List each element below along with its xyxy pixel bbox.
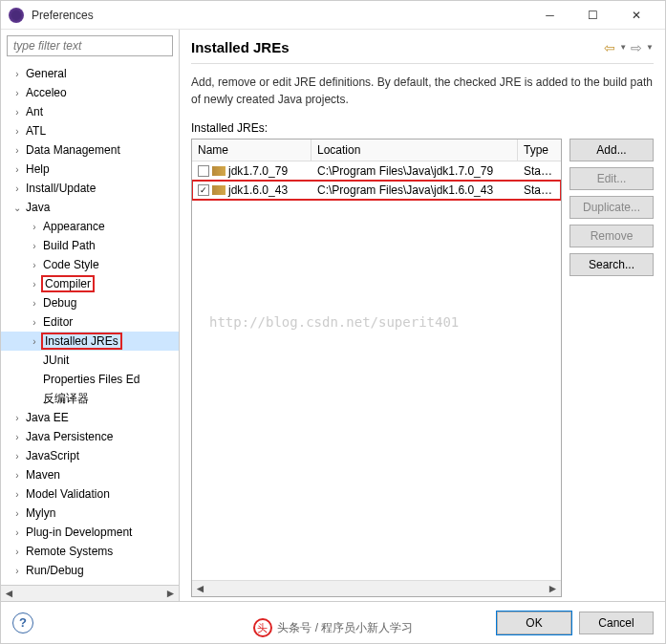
tree-item-junit[interactable]: ›JUnit xyxy=(1,351,179,370)
nav-back-menu-icon[interactable]: ▼ xyxy=(619,43,627,52)
expand-arrow-icon[interactable]: › xyxy=(28,260,41,270)
jre-name: jdk1.7.0_79 xyxy=(228,164,288,178)
tree-item-atl[interactable]: ›ATL xyxy=(1,121,179,140)
tree-item-label: Model Validation xyxy=(24,487,110,501)
tree-item-ant[interactable]: ›Ant xyxy=(1,102,179,121)
expand-arrow-icon[interactable]: › xyxy=(11,126,24,137)
ok-button[interactable]: OK xyxy=(497,612,571,634)
scroll-left-icon[interactable]: ◄ xyxy=(1,587,17,600)
tree-item-remote-systems[interactable]: ›Remote Systems xyxy=(1,542,179,561)
expand-arrow-icon[interactable]: › xyxy=(11,69,24,79)
expand-arrow-icon[interactable]: › xyxy=(28,317,41,328)
jre-checkbox[interactable] xyxy=(198,165,209,177)
tree-item-general[interactable]: ›General xyxy=(1,64,179,83)
button-column: Add... Edit... Duplicate... Remove Searc… xyxy=(569,139,654,597)
table-hscroll[interactable]: ◄ ► xyxy=(192,580,561,596)
table-scroll-right-icon[interactable]: ► xyxy=(545,582,561,595)
col-type[interactable]: Type xyxy=(518,140,561,161)
expand-arrow-icon[interactable]: › xyxy=(11,183,24,194)
minimize-button[interactable]: ─ xyxy=(528,1,571,30)
expand-arrow-icon[interactable]: › xyxy=(11,145,24,156)
scroll-right-icon[interactable]: ► xyxy=(162,587,179,600)
expand-arrow-icon[interactable]: › xyxy=(11,508,24,519)
expand-arrow-icon[interactable]: › xyxy=(28,241,41,251)
tree-item-label: Properties Files Ed xyxy=(41,373,140,386)
tree-item-java[interactable]: ⌄Java xyxy=(1,198,179,217)
app-icon xyxy=(9,8,24,23)
tree-item-model-validation[interactable]: ›Model Validation xyxy=(1,484,179,504)
table-row[interactable]: ✓jdk1.6.0_43C:\Program Files\Java\jdk1.6… xyxy=(192,181,561,200)
tree-item-acceleo[interactable]: ›Acceleo xyxy=(1,83,179,102)
tree-item-properties-files-ed[interactable]: ›Properties Files Ed xyxy=(1,370,179,389)
close-button[interactable]: ✕ xyxy=(614,1,657,30)
tree-item-label: Installed JREs xyxy=(41,333,122,350)
tree-item-install-update[interactable]: ›Install/Update xyxy=(1,179,179,198)
expand-arrow-icon[interactable]: › xyxy=(11,413,24,423)
expand-arrow-icon[interactable]: › xyxy=(28,222,41,232)
expand-arrow-icon[interactable]: › xyxy=(11,88,24,98)
filter-input[interactable] xyxy=(7,35,173,56)
expand-arrow-icon[interactable]: › xyxy=(11,547,24,557)
expand-arrow-icon[interactable]: › xyxy=(11,107,24,118)
expand-arrow-icon[interactable]: › xyxy=(11,566,24,576)
remove-button[interactable]: Remove xyxy=(569,225,654,247)
tree-item-maven[interactable]: ›Maven xyxy=(1,465,179,484)
tree-item-label: Code Style xyxy=(41,258,99,271)
table-row[interactable]: jdk1.7.0_79C:\Program Files\Java\jdk1.7.… xyxy=(192,161,561,181)
nav-forward-menu-icon[interactable]: ▼ xyxy=(646,43,654,52)
tree-item-run-debug[interactable]: ›Run/Debug xyxy=(1,561,179,580)
add-button[interactable]: Add... xyxy=(569,139,654,161)
expand-arrow-icon[interactable]: › xyxy=(11,432,24,442)
duplicate-button[interactable]: Duplicate... xyxy=(569,196,654,219)
expand-arrow-icon[interactable]: › xyxy=(28,336,41,347)
tree-item-debug[interactable]: ›Debug xyxy=(1,293,179,312)
sidebar-hscroll[interactable]: ◄ ► xyxy=(1,585,179,601)
cell-type: Standa xyxy=(518,183,561,197)
tree-item-editor[interactable]: ›Editor xyxy=(1,312,179,332)
tree-item-java-ee[interactable]: ›Java EE xyxy=(1,408,179,427)
edit-button[interactable]: Edit... xyxy=(569,167,654,190)
tree-item-data-management[interactable]: ›Data Management xyxy=(1,140,179,160)
table-scroll-left-icon[interactable]: ◄ xyxy=(192,582,208,595)
preferences-tree[interactable]: ›General›Acceleo›Ant›ATL›Data Management… xyxy=(1,62,179,585)
expand-arrow-icon[interactable]: ⌄ xyxy=(11,203,24,213)
table-header: Name Location Type xyxy=(192,140,561,161)
expand-arrow-icon[interactable]: › xyxy=(28,298,41,309)
expand-arrow-icon[interactable]: › xyxy=(11,470,24,481)
tree-item-plug-in-development[interactable]: ›Plug-in Development xyxy=(1,523,179,542)
help-icon[interactable]: ? xyxy=(12,612,33,633)
tree-item-label: Run/Debug xyxy=(24,564,84,577)
nav-forward-icon[interactable]: ⇨ xyxy=(631,40,642,55)
tree-item-installed-jres[interactable]: ›Installed JREs xyxy=(1,332,179,351)
col-location[interactable]: Location xyxy=(312,140,518,161)
cancel-button[interactable]: Cancel xyxy=(579,612,654,634)
tree-item-label: JUnit xyxy=(41,354,69,367)
maximize-button[interactable]: ☐ xyxy=(571,1,614,30)
expand-arrow-icon[interactable]: › xyxy=(11,489,24,500)
expand-arrow-icon[interactable]: › xyxy=(11,527,24,538)
table-body: jdk1.7.0_79C:\Program Files\Java\jdk1.7.… xyxy=(192,161,561,580)
header-nav: ⇦ ▼ ⇨ ▼ xyxy=(604,40,654,55)
tree-item-label: JavaScript xyxy=(24,449,79,462)
search-button[interactable]: Search... xyxy=(569,253,654,276)
tree-item-label: Java EE xyxy=(24,411,69,424)
expand-arrow-icon[interactable]: › xyxy=(11,164,24,175)
tree-item-label: Mylyn xyxy=(24,506,55,520)
tree-item-java-persistence[interactable]: ›Java Persistence xyxy=(1,427,179,446)
expand-arrow-icon[interactable]: › xyxy=(11,451,24,462)
jre-table[interactable]: Name Location Type jdk1.7.0_79C:\Program… xyxy=(191,139,562,597)
tree-item-mylyn[interactable]: ›Mylyn xyxy=(1,504,179,523)
tree-item-code-style[interactable]: ›Code Style xyxy=(1,255,179,274)
tree-item-compiler[interactable]: ›Compiler xyxy=(1,274,179,293)
tree-item-appearance[interactable]: ›Appearance xyxy=(1,217,179,236)
tree-item-help[interactable]: ›Help xyxy=(1,160,179,179)
tree-item-build-path[interactable]: ›Build Path xyxy=(1,236,179,255)
nav-back-icon[interactable]: ⇦ xyxy=(604,40,615,55)
jre-checkbox[interactable]: ✓ xyxy=(198,184,209,196)
tree-item-javascript[interactable]: ›JavaScript xyxy=(1,446,179,465)
expand-arrow-icon[interactable]: › xyxy=(28,279,41,290)
tree-item-label: Build Path xyxy=(41,239,96,252)
col-name[interactable]: Name xyxy=(192,140,312,161)
tree-item--[interactable]: ›反编译器 xyxy=(1,389,179,408)
cell-type: Standa xyxy=(518,164,561,178)
